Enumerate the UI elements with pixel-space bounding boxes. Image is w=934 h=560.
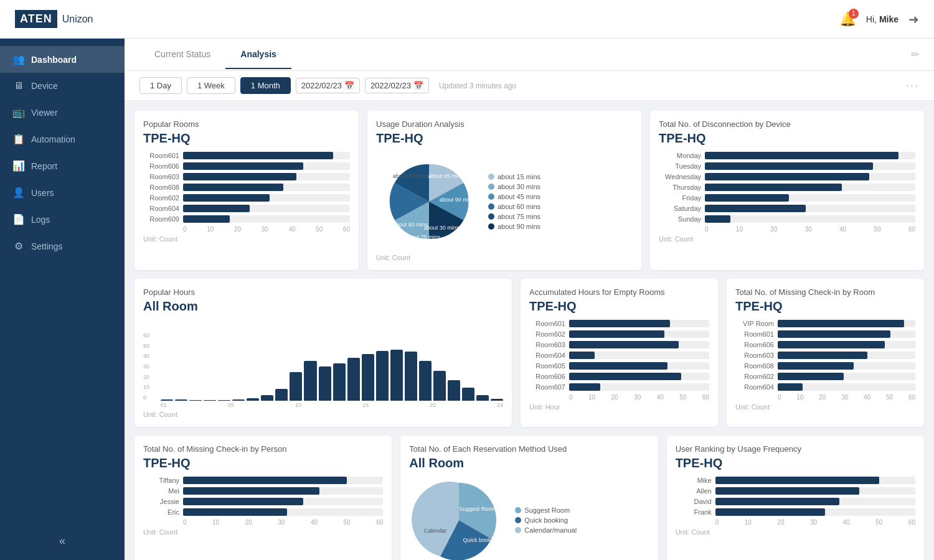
sidebar-collapse-button[interactable]: « xyxy=(0,534,125,548)
notification-badge: 1 xyxy=(849,9,859,19)
usage-duration-unit: Unit: Count xyxy=(376,254,633,261)
sidebar-item-automation[interactable]: 📋 Automation xyxy=(0,126,125,152)
more-options[interactable]: ··· xyxy=(906,79,919,92)
disconnection-bars: Monday Tuesday Wednesday Thursday Friday… xyxy=(659,152,915,233)
chart-missing-checkin-person-title: Total No. of Missing Check-in by Person xyxy=(143,444,383,454)
chart-reservation-method-subtitle: All Room xyxy=(409,456,649,470)
chart-usage-duration-subtitle: TPE-HQ xyxy=(376,131,633,146)
updated-text: Updated 3 minutes ago xyxy=(439,82,516,90)
svg-text:about 15 mins: about 15 mins xyxy=(393,173,428,179)
tab-current-status[interactable]: Current Status xyxy=(139,40,225,69)
chart-disconnection: Total No. of Disconnection by Device TPE… xyxy=(650,111,924,270)
dashboard-icon: 👥 xyxy=(12,54,25,65)
popular-rooms-bars: Room601 Room606 Room603 Room608 Room602 … xyxy=(143,152,350,233)
charts-area: Popular Rooms TPE-HQ Room601 Room606 Roo… xyxy=(125,101,934,560)
svg-text:about 30 mins: about 30 mins xyxy=(424,225,460,231)
chart-popular-hours: Popular Hours All Room 60 50 40 30 20 10… xyxy=(134,279,512,427)
missing-checkin-room-unit: Unit: Count xyxy=(735,403,915,411)
user-ranking-unit: Unit: Count xyxy=(676,528,915,536)
notification-bell[interactable]: 🔔 1 xyxy=(839,11,856,27)
tabs: Current Status Analysis xyxy=(139,40,291,69)
chart-popular-rooms-title: Popular Rooms xyxy=(143,119,350,129)
svg-text:Calendar: Calendar xyxy=(424,528,447,534)
sidebar-item-report[interactable]: 📊 Report xyxy=(0,152,125,179)
chart-usage-duration-title: Usage Duration Analysis xyxy=(376,119,633,129)
chart-popular-hours-subtitle: All Room xyxy=(143,299,503,314)
users-icon: 👤 xyxy=(12,187,25,198)
filter-1day[interactable]: 1 Day xyxy=(139,77,182,94)
username: Mike xyxy=(879,14,899,24)
popular-rooms-unit: Unit: Count xyxy=(143,235,350,243)
missing-checkin-person-bars: Tiffany Mei Jessie Eric 0102030405060 xyxy=(143,477,383,526)
sidebar-item-settings[interactable]: ⚙ Settings xyxy=(0,233,125,259)
filter-1week[interactable]: 1 Week xyxy=(187,77,235,94)
missing-checkin-room-bars: VIP Room Room601 Room606 Room603 Room608… xyxy=(735,320,915,401)
sidebar-item-users[interactable]: 👤 Users xyxy=(0,179,125,206)
collapse-icon: « xyxy=(59,534,65,548)
reservation-method-pie: Suggest Room Quick booking Calendar Sugg… xyxy=(409,477,649,560)
chart-reservation-method: Total No. of Each Reservation Method Use… xyxy=(400,436,658,560)
chart-empty-rooms-subtitle: TPE-HQ xyxy=(529,299,709,314)
user-greeting: Hi, Mike xyxy=(866,14,899,24)
sidebar-item-dashboard[interactable]: 👥 Dashboard xyxy=(0,46,125,73)
content-area: Current Status Analysis ✏ 1 Day 1 Week 1… xyxy=(125,39,934,560)
usage-duration-legend: about 15 mins about 30 mins about 45 min… xyxy=(488,173,540,230)
chart-popular-rooms-subtitle: TPE-HQ xyxy=(143,131,350,146)
charts-row-3: Total No. of Missing Check-in by Person … xyxy=(134,436,924,560)
chart-missing-checkin-room-subtitle: TPE-HQ xyxy=(735,299,915,314)
tab-bar: Current Status Analysis ✏ xyxy=(125,39,934,71)
logout-icon[interactable]: ➜ xyxy=(908,12,919,27)
popular-hours-vbar: 60 50 40 30 20 10 0 xyxy=(143,320,503,401)
logs-icon: 📄 xyxy=(12,213,25,225)
date-from-value: 2022/02/23 xyxy=(301,81,342,90)
reservation-method-legend: Suggest Room Quick booking Calendar/manu… xyxy=(515,506,577,534)
sidebar-label-logs: Logs xyxy=(31,215,50,225)
chart-user-ranking-subtitle: TPE-HQ xyxy=(676,456,915,470)
chart-empty-rooms-title: Accumulated Hours for Empty Rooms xyxy=(529,287,709,297)
disconnection-unit: Unit: Count xyxy=(659,235,915,243)
user-ranking-bars: Mike Allen David Frank 0102030405060 xyxy=(676,477,915,526)
calendar-icon-to: 📅 xyxy=(413,81,423,90)
sidebar-label-automation: Automation xyxy=(31,134,75,144)
sidebar-label-viewer: Viewer xyxy=(31,108,58,118)
sidebar-item-viewer[interactable]: 📺 Viewer xyxy=(0,99,125,126)
svg-text:about 45 mins: about 45 mins xyxy=(428,173,464,179)
edit-icon[interactable]: ✏ xyxy=(911,49,919,60)
chart-disconnection-title: Total No. of Disconnection by Device xyxy=(659,119,915,129)
usage-duration-pie: about 45 mins about 90 mins about 15 min… xyxy=(376,152,633,251)
chart-reservation-method-title: Total No. of Each Reservation Method Use… xyxy=(409,444,649,454)
chart-user-ranking-title: User Ranking by Usage Frequency xyxy=(676,444,915,454)
empty-rooms-unit: Unit: Hour xyxy=(529,403,709,411)
svg-text:Quick booking: Quick booking xyxy=(463,537,499,543)
charts-row-1: Popular Rooms TPE-HQ Room601 Room606 Roo… xyxy=(134,111,924,270)
sidebar: 👥 Dashboard 🖥 Device 📺 Viewer 📋 Automati… xyxy=(0,39,125,560)
calendar-icon-from: 📅 xyxy=(344,81,354,90)
filter-bar: 1 Day 1 Week 1 Month 2022/02/23 📅 2022/0… xyxy=(125,71,934,101)
filter-1month[interactable]: 1 Month xyxy=(240,77,291,94)
pie-chart-svg: about 45 mins about 90 mins about 15 min… xyxy=(376,152,482,251)
sidebar-label-users: Users xyxy=(31,188,54,198)
device-icon: 🖥 xyxy=(12,80,25,91)
date-to-input[interactable]: 2022/02/23 📅 xyxy=(365,78,429,93)
date-from-input[interactable]: 2022/02/23 📅 xyxy=(296,78,360,93)
popular-hours-unit: Unit: Count xyxy=(143,411,503,418)
report-icon: 📊 xyxy=(12,160,25,172)
tab-analysis[interactable]: Analysis xyxy=(225,40,291,69)
sidebar-label-device: Device xyxy=(31,81,58,91)
chart-missing-checkin-room: Total No. of Missing Check-in by Room TP… xyxy=(727,279,924,427)
settings-icon: ⚙ xyxy=(12,240,25,252)
sidebar-label-report: Report xyxy=(31,161,57,171)
header-right: 🔔 1 Hi, Mike ➜ xyxy=(839,11,919,27)
charts-row-2: Popular Hours All Room 60 50 40 30 20 10… xyxy=(134,279,924,427)
sidebar-label-dashboard: Dashboard xyxy=(31,55,77,65)
logo-area: ATEN Unizon xyxy=(15,10,93,28)
top-header: ATEN Unizon 🔔 1 Hi, Mike ➜ xyxy=(0,0,934,39)
svg-text:Suggest Room: Suggest Room xyxy=(460,506,497,512)
chart-missing-checkin-room-title: Total No. of Missing Check-in by Room xyxy=(735,287,915,297)
automation-icon: 📋 xyxy=(12,133,25,145)
sidebar-item-logs[interactable]: 📄 Logs xyxy=(0,206,125,233)
chart-popular-hours-title: Popular Hours xyxy=(143,287,503,297)
main-layout: 👥 Dashboard 🖥 Device 📺 Viewer 📋 Automati… xyxy=(0,39,934,560)
empty-rooms-bars: Room601 Room602 Room603 Room604 Room605 … xyxy=(529,320,709,401)
sidebar-item-device[interactable]: 🖥 Device xyxy=(0,73,125,99)
